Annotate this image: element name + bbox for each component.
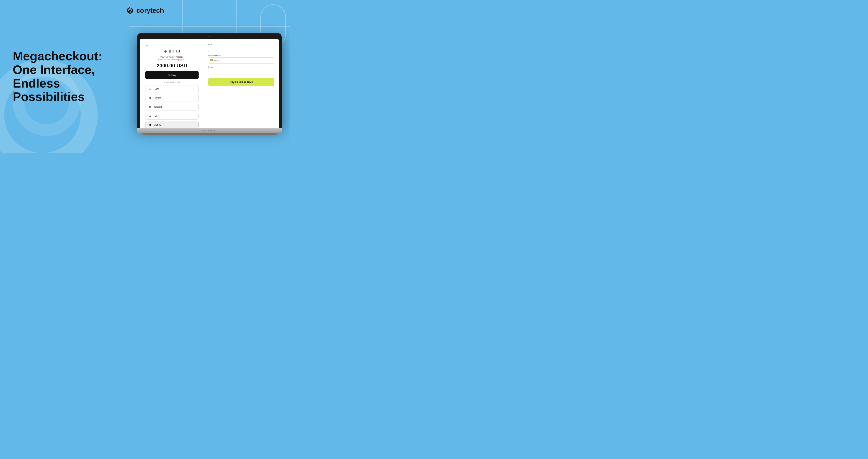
p2p-icon: ⊟ (148, 114, 152, 118)
checkout-left-panel: ← BITTS Payment №: 166756 (140, 39, 204, 128)
crypto-label: Crypto (154, 96, 161, 99)
phone-input-wrapper: 🇺🇦 +380 (208, 57, 274, 63)
corytech-logo-icon: G (126, 6, 134, 15)
pay-button[interactable]: Pay 50 000.00 UAH (208, 78, 274, 86)
payment-option-crypto[interactable]: ₿ Crypto (145, 94, 198, 102)
ewallet-icon: ▦ (148, 105, 152, 109)
logo-text: corytech (136, 7, 164, 15)
email-input[interactable] (208, 46, 274, 52)
checkout-ui: ← BITTS Payment №: 166756 (140, 39, 279, 128)
or-divider: or pay another way (145, 81, 198, 83)
payment-option-ewallet[interactable]: ▦ eWallet (145, 103, 198, 111)
payment-number: Payment №: 1667562221 (145, 56, 198, 58)
ewallet-label: eWallet (154, 106, 162, 108)
mobile-icon: ▣ (148, 123, 152, 127)
payment-description: Entertainment services payment (145, 58, 198, 61)
payment-amount: 2000.00 USD (145, 63, 198, 69)
laptop-base: MacBook Pro (137, 128, 282, 133)
phone-label: Phone number (208, 55, 274, 57)
laptop-screen: ← BITTS Payment №: 166756 (140, 39, 279, 128)
name-input[interactable] (208, 69, 274, 75)
crypto-icon: ₿ (148, 96, 152, 100)
hero-section: Megacheckout: One Interface, Endless Pos… (13, 49, 102, 104)
svg-rect-2 (164, 51, 167, 52)
phone-number-input[interactable] (221, 58, 274, 63)
card-label: Card (154, 88, 159, 90)
gpay-label: Pay (172, 74, 176, 77)
bitts-icon (163, 49, 168, 54)
merchant-logo: BITTS (145, 49, 198, 54)
phone-flag: 🇺🇦 +380 (208, 58, 221, 63)
merchant-name: BITTS (168, 49, 180, 54)
back-button[interactable]: ← (145, 44, 198, 47)
google-g-icon: G (168, 73, 170, 77)
svg-text:G: G (127, 8, 131, 13)
flag-emoji: 🇺🇦 (210, 59, 213, 62)
bitts-logo: BITTS (163, 49, 180, 54)
checkout-right-panel: Email Phone number 🇺🇦 +380 Name (204, 39, 279, 128)
laptop-bottom (142, 133, 277, 135)
laptop-brand-label: MacBook Pro (203, 129, 216, 131)
p2p-label: P2P (154, 114, 158, 117)
name-label: Name (208, 66, 274, 68)
gpay-button[interactable]: G Pay (145, 71, 198, 79)
payment-option-mobile[interactable]: ▣ Mobile (145, 121, 198, 128)
payment-option-p2p[interactable]: ⊟ P2P (145, 112, 198, 120)
payment-option-card[interactable]: ▤ Card (145, 85, 198, 93)
header: G corytech (0, 6, 290, 15)
mobile-label: Mobile (154, 123, 161, 126)
laptop-mockup: ← BITTS Payment №: 166756 (135, 19, 284, 149)
phone-prefix: +380 (214, 59, 219, 62)
card-icon: ▤ (148, 87, 152, 91)
hero-title: Megacheckout: One Interface, Endless Pos… (13, 49, 102, 104)
email-label: Email (208, 44, 274, 46)
laptop-camera (209, 36, 210, 37)
laptop-screen-bezel: ← BITTS Payment №: 166756 (137, 33, 282, 128)
laptop: ← BITTS Payment №: 166756 (137, 33, 282, 135)
